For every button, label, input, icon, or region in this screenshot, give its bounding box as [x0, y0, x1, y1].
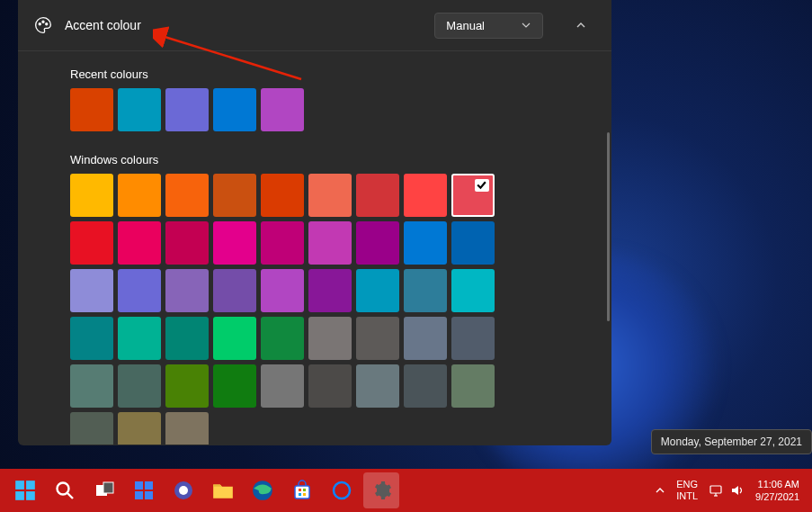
svg-line-9 [67, 493, 73, 499]
windows-swatch[interactable] [356, 221, 399, 265]
scrollbar-thumb[interactable] [607, 132, 610, 321]
windows-swatch[interactable] [213, 317, 256, 360]
taskbar: ENG INTL 11:06 AM 9/27/2021 [0, 469, 812, 512]
windows-swatch[interactable] [118, 364, 161, 408]
svg-rect-21 [303, 489, 306, 491]
folder-icon [211, 479, 235, 502]
windows-swatch[interactable] [451, 364, 495, 408]
network-icon [709, 484, 723, 497]
svg-rect-14 [135, 491, 143, 499]
windows-swatch[interactable] [404, 269, 447, 312]
windows-swatch[interactable] [356, 269, 399, 312]
windows-swatch[interactable] [356, 174, 399, 217]
windows-swatch[interactable] [165, 364, 209, 408]
accent-mode-dropdown[interactable]: Manual [434, 13, 543, 39]
tray-chevron-up-icon [655, 485, 665, 496]
svg-rect-23 [303, 493, 306, 496]
windows-swatch[interactable] [356, 317, 399, 360]
chat-button[interactable] [165, 472, 201, 508]
language-indicator[interactable]: ENG INTL [676, 479, 698, 502]
cortana-button[interactable] [324, 472, 360, 508]
windows-swatch[interactable] [261, 221, 304, 265]
task-view-button[interactable] [86, 472, 122, 508]
svg-point-0 [39, 23, 40, 25]
windows-swatch[interactable] [70, 364, 113, 408]
windows-swatch[interactable] [308, 317, 352, 360]
windows-swatch[interactable] [213, 221, 256, 265]
svg-point-2 [46, 23, 48, 25]
windows-swatch[interactable] [213, 174, 256, 217]
windows-swatch[interactable] [404, 317, 447, 360]
panel-header[interactable]: Accent colour Manual [18, 0, 611, 51]
lang-top: ENG [676, 479, 698, 490]
widgets-button[interactable] [126, 472, 162, 508]
clock[interactable]: 11:06 AM 9/27/2021 [755, 478, 805, 504]
system-tray[interactable] [655, 485, 665, 496]
windows-swatch[interactable] [451, 317, 495, 360]
svg-point-8 [58, 483, 69, 495]
windows-swatch[interactable] [118, 412, 161, 445]
recent-swatch[interactable] [165, 88, 209, 131]
windows-swatch[interactable] [165, 221, 209, 265]
recent-swatch[interactable] [261, 88, 304, 131]
file-explorer-button[interactable] [205, 472, 241, 508]
chevron-down-icon [521, 20, 531, 31]
accent-colour-panel: Accent colour Manual Recent colours Wind… [18, 0, 611, 445]
search-icon [54, 480, 76, 501]
windows-swatch[interactable] [451, 174, 495, 217]
windows-swatch[interactable] [118, 317, 161, 360]
windows-swatch[interactable] [70, 317, 113, 360]
windows-swatch[interactable] [70, 221, 113, 265]
windows-swatch[interactable] [308, 269, 352, 312]
windows-swatch[interactable] [404, 364, 447, 408]
recent-swatch[interactable] [213, 88, 256, 131]
windows-swatch[interactable] [356, 364, 399, 408]
recent-colours-label: Recent colours [70, 67, 595, 81]
svg-rect-13 [145, 481, 153, 490]
svg-rect-15 [145, 491, 153, 499]
windows-swatch[interactable] [308, 221, 352, 265]
recent-swatch[interactable] [70, 88, 113, 131]
palette-icon [34, 16, 52, 34]
windows-swatch[interactable] [404, 221, 447, 265]
recent-colours-row [70, 88, 502, 131]
windows-swatch[interactable] [213, 364, 256, 408]
windows-swatch[interactable] [308, 364, 352, 408]
windows-swatch[interactable] [165, 269, 209, 312]
windows-swatch[interactable] [70, 269, 113, 312]
circle-icon [331, 480, 352, 501]
windows-swatch[interactable] [165, 317, 209, 360]
windows-swatch[interactable] [165, 412, 209, 445]
windows-swatch[interactable] [118, 174, 161, 217]
windows-swatch[interactable] [165, 174, 209, 217]
edge-button[interactable] [245, 472, 281, 508]
svg-rect-12 [135, 481, 143, 490]
windows-swatch[interactable] [118, 269, 161, 312]
search-button[interactable] [47, 472, 83, 508]
store-icon [291, 480, 313, 501]
taskbar-left [7, 472, 399, 508]
store-button[interactable] [284, 472, 320, 508]
panel-title: Accent colour [65, 18, 422, 32]
windows-swatch[interactable] [261, 317, 304, 360]
windows-swatch[interactable] [261, 174, 304, 217]
windows-swatch[interactable] [261, 269, 304, 312]
svg-rect-25 [710, 486, 721, 493]
windows-colours-label: Windows colours [70, 153, 595, 166]
windows-swatch[interactable] [70, 412, 113, 445]
windows-swatch[interactable] [451, 269, 495, 312]
windows-swatch[interactable] [451, 221, 495, 265]
svg-rect-7 [26, 491, 35, 500]
windows-swatch[interactable] [70, 174, 113, 217]
windows-swatch[interactable] [404, 174, 447, 217]
windows-swatch[interactable] [261, 364, 304, 408]
windows-swatch[interactable] [213, 269, 256, 312]
collapse-button[interactable] [567, 11, 595, 40]
settings-button[interactable] [363, 472, 399, 508]
svg-rect-11 [103, 482, 113, 493]
network-volume-group[interactable] [709, 484, 745, 497]
windows-swatch[interactable] [308, 174, 352, 217]
start-button[interactable] [7, 472, 43, 508]
recent-swatch[interactable] [118, 88, 161, 131]
windows-swatch[interactable] [118, 221, 161, 265]
